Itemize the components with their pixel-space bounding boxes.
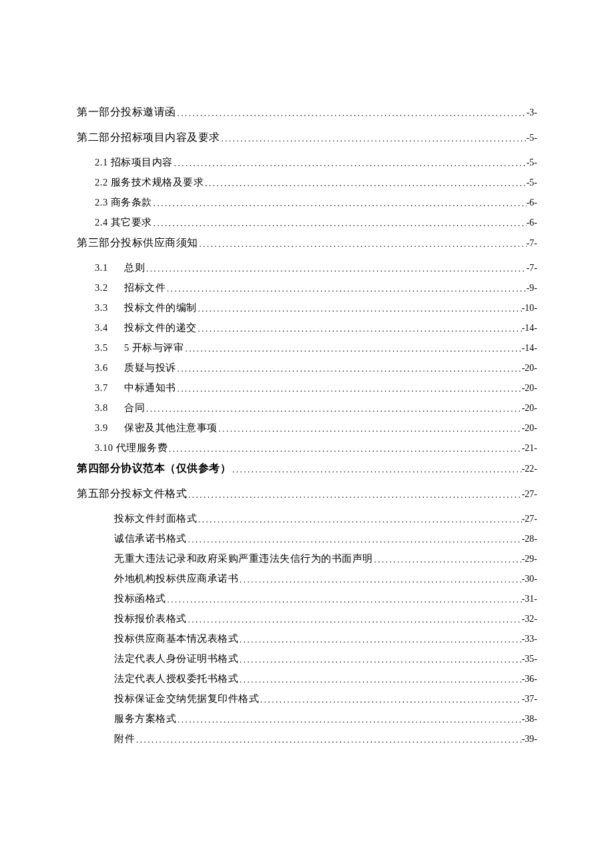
toc-entry-page: -5- bbox=[527, 133, 537, 143]
toc-entry-text: 招标文件 bbox=[124, 282, 166, 293]
toc-entry[interactable]: 附件 -39- bbox=[77, 734, 537, 744]
toc-entry-number: 2.2 bbox=[95, 177, 108, 187]
toc-leader-dots bbox=[238, 635, 522, 644]
toc-entry[interactable]: 诚信承诺书格式 -28- bbox=[77, 534, 537, 544]
toc-leader-dots bbox=[198, 240, 527, 248]
toc-entry-text: 投标文件封面格式 bbox=[114, 513, 197, 524]
toc-entry-title: 投标保证金交纳凭据复印件格式 bbox=[114, 694, 259, 704]
toc-entry-page: -28- bbox=[522, 534, 537, 544]
toc-leader-dots bbox=[197, 515, 522, 524]
toc-entry-text: 招标项目内容 bbox=[111, 157, 173, 167]
toc-entry-number: 3.2 bbox=[95, 283, 124, 293]
toc-entry[interactable]: 3.7中标通知书 -20- bbox=[77, 383, 537, 393]
toc-entry-title: 第五部分投标文件格式 bbox=[77, 488, 187, 499]
toc-entry-page: -9- bbox=[527, 284, 537, 293]
toc-entry-text: 保密及其他注意事项 bbox=[124, 422, 218, 433]
toc-entry[interactable]: 2.2 服务技术规格及要求 -5- bbox=[77, 177, 537, 187]
toc-entry-title: 无重大违法记录和政府采购严重违法失信行为的书面声明 bbox=[114, 554, 373, 564]
toc-entry-text: 诚信承诺书格式 bbox=[114, 533, 187, 544]
toc-entry[interactable]: 第四部分协议范本（仅供参考） -22- bbox=[77, 463, 537, 474]
toc-entry[interactable]: 投标保证金交纳凭据复印件格式 -37- bbox=[77, 694, 537, 704]
toc-entry-page: -27- bbox=[522, 490, 537, 499]
toc-entry-title: 附件 bbox=[114, 734, 135, 744]
toc-entry[interactable]: 第二部分招标项目内容及要求 -5- bbox=[77, 132, 537, 143]
toc-leader-dots bbox=[238, 575, 522, 584]
toc-entry-number: 2.3 bbox=[95, 197, 108, 207]
toc-entry-number: 3.1 bbox=[95, 263, 124, 273]
toc-entry[interactable]: 3.10 代理服务费 -21- bbox=[77, 443, 537, 453]
toc-entry[interactable]: 3.1总则 -7- bbox=[77, 263, 537, 273]
toc-entry[interactable]: 3.9保密及其他注意事项 -20- bbox=[77, 423, 537, 433]
toc-entry-title: 2.4 其它要求 bbox=[95, 218, 152, 228]
toc-entry-page: -20- bbox=[522, 364, 537, 373]
toc-entry-text: 法定代表人身份证明书格式 bbox=[114, 653, 238, 664]
toc-entry[interactable]: 第一部分投标邀请函 -3- bbox=[77, 107, 537, 117]
toc-entry-title: 2.1 招标项目内容 bbox=[95, 157, 173, 167]
toc-entry[interactable]: 2.3 商务条款 -6- bbox=[77, 197, 537, 207]
toc-entry-number: 3.5 bbox=[95, 343, 124, 353]
toc-entry-text: 无重大违法记录和政府采购严重违法失信行为的书面声明 bbox=[114, 553, 373, 564]
toc-entry-text: 服务方案格式 bbox=[114, 713, 176, 724]
toc-entry-number: 3.4 bbox=[95, 323, 124, 333]
toc-entry-text: 投标文件的递交 bbox=[124, 322, 197, 333]
toc-entry-page: -30- bbox=[522, 574, 537, 584]
toc-entry[interactable]: 法定代表人身份证明书格式 -35- bbox=[77, 654, 537, 664]
toc-entry[interactable]: 服务方案格式 -38- bbox=[77, 714, 537, 724]
toc-entry-title: 外地机构投标供应商承诺书 bbox=[114, 574, 238, 584]
toc-entry-title: 2.3 商务条款 bbox=[95, 197, 152, 207]
toc-entry-title: 3.8合同 bbox=[95, 403, 145, 413]
toc-entry-page: -33- bbox=[522, 634, 537, 644]
toc-entry[interactable]: 投标文件封面格式 -27- bbox=[77, 514, 537, 524]
toc-entry-text: 服务技术规格及要求 bbox=[111, 177, 204, 187]
toc-entry[interactable]: 外地机构投标供应商承诺书 -30- bbox=[77, 574, 537, 584]
toc-entry[interactable]: 法定代表人授权委托书格式 -36- bbox=[77, 674, 537, 684]
toc-leader-dots bbox=[238, 655, 522, 664]
toc-entry[interactable]: 第五部分投标文件格式 -27- bbox=[77, 488, 537, 499]
toc-leader-dots bbox=[231, 465, 522, 474]
toc-entry-text: 第一部分投标邀请函 bbox=[77, 106, 176, 117]
toc-entry-title: 第四部分协议范本（仅供参考） bbox=[77, 463, 231, 474]
toc-entry-title: 服务方案格式 bbox=[114, 714, 176, 724]
toc-entry-title: 投标文件封面格式 bbox=[114, 514, 197, 524]
toc-entry[interactable]: 3.55 开标与评审 -14- bbox=[77, 343, 537, 353]
toc-entry[interactable]: 3.3投标文件的编制 -10- bbox=[77, 303, 537, 313]
toc-entry-number: 3.7 bbox=[95, 383, 124, 393]
toc-entry[interactable]: 投标报价表格式 -32- bbox=[77, 614, 537, 624]
toc-entry-text: 外地机构投标供应商承诺书 bbox=[114, 573, 238, 584]
toc-leader-dots bbox=[176, 364, 522, 373]
toc-entry-title: 3.10 代理服务费 bbox=[95, 443, 168, 453]
toc-entry-title: 3.9保密及其他注意事项 bbox=[95, 423, 218, 433]
toc-entry-title: 第三部分投标供应商须知 bbox=[77, 238, 198, 248]
toc-entry-page: -5- bbox=[527, 178, 537, 187]
toc-entry-page: -7- bbox=[527, 264, 537, 273]
toc-entry[interactable]: 2.4 其它要求 -6- bbox=[77, 218, 537, 228]
toc-entry-text: 投标供应商基本情况表格式 bbox=[114, 633, 238, 644]
toc-entry[interactable]: 第三部分投标供应商须知 -7- bbox=[77, 238, 537, 248]
toc-entry-text: 代理服务费 bbox=[116, 442, 168, 453]
toc-leader-dots bbox=[152, 199, 527, 207]
toc-entry[interactable]: 3.2招标文件 -9- bbox=[77, 283, 537, 293]
toc-entry[interactable]: 3.4投标文件的递交 -14- bbox=[77, 323, 537, 333]
toc-entry-text: 法定代表人授权委托书格式 bbox=[114, 673, 238, 684]
toc-entry[interactable]: 3.8合同 -20- bbox=[77, 403, 537, 413]
toc-leader-dots bbox=[373, 555, 522, 564]
toc-entry-text: 投标保证金交纳凭据复印件格式 bbox=[114, 693, 259, 704]
toc-entry-title: 第一部分投标邀请函 bbox=[77, 107, 176, 117]
toc-entry-text: 其它要求 bbox=[111, 217, 152, 228]
toc-entry-text: 合同 bbox=[124, 402, 145, 413]
toc-entry-number: 3.10 bbox=[95, 443, 113, 453]
toc-entry-number: 2.4 bbox=[95, 218, 108, 228]
toc-entry-number: 3.9 bbox=[95, 423, 124, 433]
toc-entry[interactable]: 投标函格式 -31- bbox=[77, 594, 537, 604]
toc-leader-dots bbox=[259, 695, 522, 704]
toc-entry[interactable]: 投标供应商基本情况表格式 -33- bbox=[77, 634, 537, 644]
toc-entry[interactable]: 3.6质疑与投诉 -20- bbox=[77, 363, 537, 373]
toc-entry-text: 第二部分招标项目内容及要求 bbox=[77, 131, 220, 143]
toc-leader-dots bbox=[187, 615, 522, 624]
toc-entry[interactable]: 2.1 招标项目内容 -5- bbox=[77, 157, 537, 167]
toc-leader-dots bbox=[135, 735, 522, 744]
toc-leader-dots bbox=[187, 535, 522, 544]
toc-leader-dots bbox=[218, 424, 522, 433]
toc-entry[interactable]: 无重大违法记录和政府采购严重违法失信行为的书面声明 -29- bbox=[77, 554, 537, 564]
toc-entry-page: -37- bbox=[522, 695, 537, 704]
